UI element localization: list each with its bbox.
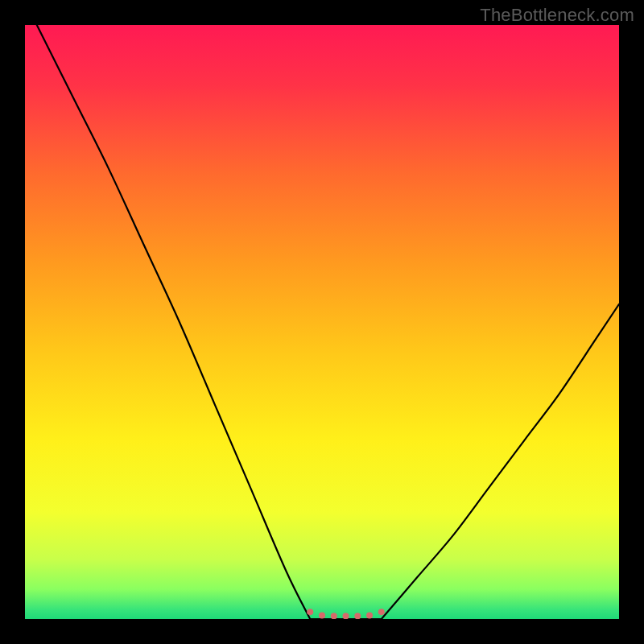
bottom-marker <box>319 613 325 619</box>
watermark-text: TheBottleneck.com <box>480 5 634 26</box>
bottom-marker <box>354 613 361 619</box>
bottleneck-chart <box>25 25 619 619</box>
bottom-marker <box>366 613 373 619</box>
chart-frame: TheBottleneck.com <box>0 0 644 644</box>
gradient-background <box>25 25 619 619</box>
bottom-marker <box>343 613 349 619</box>
bottom-marker <box>378 609 385 615</box>
bottom-marker <box>307 609 313 615</box>
bottom-marker <box>331 613 337 619</box>
